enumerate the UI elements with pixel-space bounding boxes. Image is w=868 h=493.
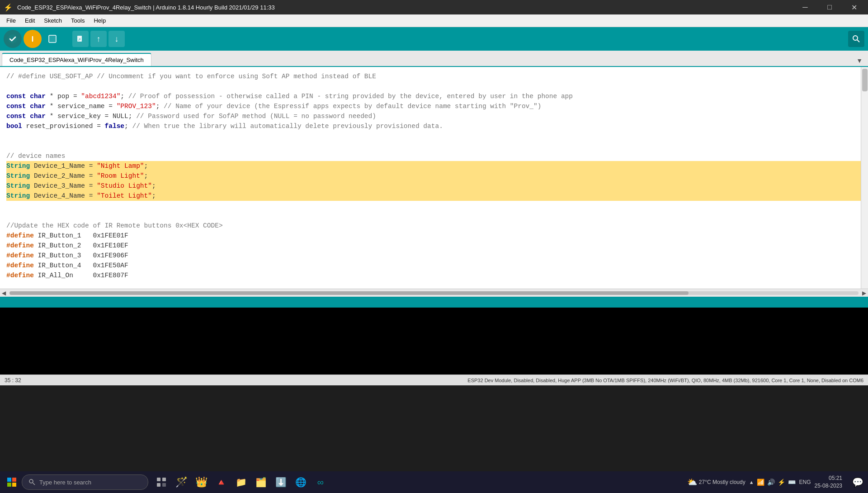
scroll-icon-taskbar[interactable]: 🪄 <box>172 473 191 492</box>
language-indicator[interactable]: ENG <box>799 479 811 485</box>
tab-dropdown-arrow[interactable]: ▼ <box>853 55 866 66</box>
new-button[interactable]: ↗ <box>72 31 89 47</box>
code-line-13: String Device_4_Name = "Toilet Light"; <box>6 191 862 201</box>
device-info: ESP32 Dev Module, Disabled, Disabled, Hu… <box>467 378 863 383</box>
status-bar: 35 : 32 ESP32 Dev Module, Disabled, Disa… <box>0 374 868 385</box>
code-line-10: String Device_1_Name = "Night Lamp"; <box>6 161 862 171</box>
menu-help[interactable]: Help <box>89 15 110 26</box>
taskbar-icons: 🪄 👑 🔺 📁 🗂️ ⬇️ 🌐 ∞ <box>152 473 330 492</box>
code-line-11: String Device_2_Name = "Room Light"; <box>6 171 862 181</box>
folder2-button[interactable]: 🗂️ <box>251 473 270 492</box>
svg-rect-9 <box>7 483 11 487</box>
upload-button[interactable] <box>24 30 42 48</box>
scroll-right-arrow[interactable]: ▶ <box>860 290 868 296</box>
verify-button[interactable] <box>4 30 22 48</box>
scroll-left-arrow[interactable]: ◀ <box>0 290 8 296</box>
taskbar: Type here to search 🪄 👑 🔺 📁 <box>0 471 868 493</box>
taskbar-right: ⛅ 27°C Mostly cloudy ▲ 📶 🔊 ⚡ ⌨️ ENG 05:2… <box>687 474 866 490</box>
tray-expand-arrow[interactable]: ▲ <box>749 479 754 485</box>
close-button[interactable]: ✕ <box>844 0 864 14</box>
maximize-button[interactable]: □ <box>819 0 840 14</box>
svg-rect-15 <box>157 483 160 487</box>
active-tab[interactable]: Code_ESP32_ESPAlexa_WiFiProv_4Relay_Swit… <box>2 53 151 66</box>
search-placeholder: Type here to search <box>39 479 91 486</box>
svg-rect-8 <box>12 478 16 482</box>
menu-file[interactable]: File <box>2 15 20 26</box>
code-line-9: // device names <box>6 151 862 161</box>
code-line-21: #define IR_All_On 0x1FE807F <box>6 270 862 280</box>
menu-bar: File Edit Sketch Tools Help <box>0 14 868 27</box>
volume-icon[interactable]: 🔊 <box>767 479 775 486</box>
minimize-button[interactable]: ─ <box>795 0 816 14</box>
bottom-panel <box>0 297 868 308</box>
svg-rect-13 <box>157 478 160 481</box>
keyboard-icon[interactable]: ⌨️ <box>788 479 796 486</box>
svg-point-5 <box>853 36 858 40</box>
code-line-5: const char * service_key = NULL; // Pass… <box>6 111 862 121</box>
search-button[interactable] <box>848 31 864 47</box>
notification-button[interactable]: 💬 <box>849 477 866 488</box>
arduino-icon-taskbar[interactable]: ∞ <box>311 473 330 492</box>
clock[interactable]: 05:21 25-08-2023 <box>815 474 846 490</box>
bluetooth-icon[interactable]: ⚡ <box>778 479 785 486</box>
svg-line-6 <box>857 40 859 42</box>
weather-icon: ⛅ <box>687 477 697 487</box>
svg-rect-16 <box>162 483 166 487</box>
weather-text: 27°C Mostly cloudy <box>699 479 745 485</box>
start-button[interactable] <box>2 475 22 489</box>
taskbar-search[interactable]: Type here to search <box>22 474 148 490</box>
weather-info: ⛅ 27°C Mostly cloudy <box>687 477 745 487</box>
network-icon[interactable]: 📶 <box>757 479 764 486</box>
date-display: 25-08-2023 <box>815 482 842 490</box>
code-line-20: #define IR_Button_4 0x1FE50AF <box>6 261 862 270</box>
code-line-1: // #define USE_SOFT_AP // Uncomment if y… <box>6 71 862 81</box>
window-title: Code_ESP32_ESPAlexa_WiFiProv_4Relay_Swit… <box>15 4 795 11</box>
toolbar: ↗ ↑ ↓ <box>0 27 868 51</box>
menu-tools[interactable]: Tools <box>66 15 89 26</box>
menu-edit[interactable]: Edit <box>20 15 39 26</box>
window-controls: ─ □ ✕ <box>795 0 864 14</box>
debug-button[interactable] <box>43 30 61 48</box>
code-line-blank3 <box>6 141 862 151</box>
app-icon: ⚡ <box>4 3 13 12</box>
code-line-16: //Update the HEX code of IR Remote butto… <box>6 221 862 231</box>
download-icon-taskbar[interactable]: ⬇️ <box>271 473 290 492</box>
horizontal-scrollbar[interactable]: ◀ ▶ <box>0 289 868 297</box>
code-line-12: String Device_3_Name = "Studio Light"; <box>6 181 862 191</box>
svg-rect-14 <box>162 478 166 481</box>
svg-rect-2 <box>49 35 56 43</box>
time-display: 05:21 <box>815 474 842 482</box>
code-line-blank5 <box>6 211 862 221</box>
code-line-blank4 <box>6 201 862 211</box>
vlc-icon-taskbar[interactable]: 🔺 <box>212 473 231 492</box>
code-line-blank1 <box>6 81 862 91</box>
code-line-19: #define IR_Button_3 0x1FE906F <box>6 251 862 261</box>
svg-text:↗: ↗ <box>78 38 81 42</box>
code-line-4: const char * service_name = "PROV_123"; … <box>6 101 862 111</box>
code-line-blank2 <box>6 131 862 141</box>
task-view-button[interactable] <box>152 473 171 492</box>
browser-button[interactable]: 🌐 <box>291 473 310 492</box>
code-line-3: const char * pop = "abcd1234"; // Proof … <box>6 91 862 101</box>
crown-icon-taskbar[interactable]: 👑 <box>192 473 211 492</box>
code-line-18: #define IR_Button_2 0x1FE10EF <box>6 241 862 251</box>
cursor-position: 35 : 32 <box>5 377 21 384</box>
svg-line-12 <box>33 483 35 485</box>
open-button[interactable]: ↑ <box>90 31 107 47</box>
code-editor[interactable]: // #define USE_SOFT_AP // Uncomment if y… <box>0 67 868 289</box>
main-content: // #define USE_SOFT_AP // Uncomment if y… <box>0 67 868 493</box>
menu-sketch[interactable]: Sketch <box>39 15 66 26</box>
serial-monitor <box>0 308 868 374</box>
file-explorer-button[interactable]: 📁 <box>231 473 250 492</box>
search-icon <box>28 479 36 486</box>
tab-bar: Code_ESP32_ESPAlexa_WiFiProv_4Relay_Swit… <box>0 51 868 67</box>
code-line-17: #define IR_Button_1 0x1FEE01F <box>6 231 862 241</box>
scroll-track[interactable] <box>9 291 859 295</box>
save-button[interactable]: ↓ <box>108 31 125 47</box>
scroll-thumb[interactable] <box>9 291 689 295</box>
system-tray: ▲ 📶 🔊 ⚡ ⌨️ <box>749 479 796 486</box>
code-line-6: bool reset_provisioned = false; // When … <box>6 121 862 131</box>
svg-point-11 <box>29 479 33 483</box>
svg-rect-10 <box>12 483 16 487</box>
svg-rect-7 <box>7 478 11 482</box>
